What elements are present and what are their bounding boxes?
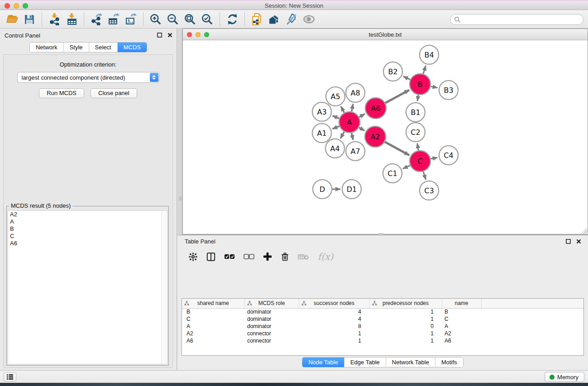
list-item[interactable]: A2 xyxy=(8,211,167,218)
export-table-button[interactable] xyxy=(105,12,122,27)
show-hide-button[interactable] xyxy=(300,12,317,27)
float-panel-icon[interactable] xyxy=(156,32,163,38)
graph-edge-A-A4[interactable] xyxy=(340,132,344,138)
table-cell[interactable]: A6 xyxy=(182,337,244,344)
table-cell[interactable]: dominator xyxy=(244,308,299,315)
list-item[interactable]: A xyxy=(8,218,167,225)
search-input[interactable] xyxy=(461,15,583,24)
network-window-titlebar[interactable]: testGlobe.txt xyxy=(183,29,588,40)
run-mcds-button[interactable]: Run MCDS xyxy=(39,88,84,98)
graph-edge-B-B1[interactable] xyxy=(417,95,418,101)
table-cell[interactable]: 1 xyxy=(369,330,442,337)
export-network-button[interactable] xyxy=(88,12,105,27)
import-network-button[interactable] xyxy=(46,12,63,27)
home-button[interactable] xyxy=(266,12,283,27)
list-item[interactable]: A6 xyxy=(8,240,167,247)
graph-edge-A-A8[interactable] xyxy=(352,104,353,112)
node-table[interactable]: shared nameMCDS rolesuccessor nodesprede… xyxy=(182,298,584,356)
save-session-button[interactable] xyxy=(21,12,38,27)
graph-edge-A-A1[interactable] xyxy=(332,126,339,129)
graph-edge-C-C4[interactable] xyxy=(431,157,438,159)
column-header[interactable]: shared name xyxy=(182,299,244,308)
table-row[interactable]: A2connector11A2 xyxy=(182,330,583,337)
tab-style[interactable]: Style xyxy=(63,43,89,52)
table-cell[interactable]: connector xyxy=(244,330,299,337)
graph-edge-A-A7[interactable] xyxy=(352,133,353,140)
table-cell[interactable]: 1 xyxy=(369,315,442,323)
export-image-button[interactable] xyxy=(122,12,139,27)
column-header[interactable]: successor nodes xyxy=(299,299,369,308)
table-cell[interactable]: A6 xyxy=(442,337,481,344)
table-cell[interactable]: C xyxy=(442,315,481,323)
task-history-button[interactable] xyxy=(4,372,16,381)
table-cell[interactable]: 1 xyxy=(299,330,369,337)
graph-edge-A-A3[interactable] xyxy=(332,116,339,119)
scrollbar-track[interactable] xyxy=(161,211,167,364)
graph-edge-A2-C[interactable] xyxy=(385,142,409,155)
graph-edge-B-B2[interactable] xyxy=(403,76,411,80)
tab-network-table[interactable]: Network Table xyxy=(386,357,435,367)
close-panel-icon[interactable] xyxy=(167,32,173,38)
hide-annotations-button[interactable] xyxy=(283,12,300,27)
table-settings-button[interactable] xyxy=(188,252,198,262)
tab-select[interactable]: Select xyxy=(89,43,117,52)
table-cell[interactable]: 4 xyxy=(299,308,369,315)
table-row[interactable]: Adominator80A xyxy=(182,323,583,330)
new-network-from-file-button[interactable] xyxy=(249,12,266,27)
open-session-button[interactable] xyxy=(4,12,21,27)
table-cell[interactable]: C xyxy=(182,315,244,323)
table-cell[interactable]: 4 xyxy=(299,315,369,323)
table-row[interactable]: Cdominator41C xyxy=(182,315,583,323)
criterion-dropdown[interactable]: largest connected component (directed) xyxy=(17,72,159,83)
column-header[interactable]: predecessor nodes xyxy=(369,299,442,308)
window-titlebar[interactable]: Session: New Session xyxy=(0,0,588,10)
zoom-selected-button[interactable] xyxy=(199,12,216,27)
tab-mcds[interactable]: MCDS xyxy=(117,43,147,52)
graph-edge-C-C2[interactable] xyxy=(417,143,418,151)
table-cell[interactable]: A2 xyxy=(182,330,244,337)
float-panel-icon[interactable] xyxy=(565,238,571,244)
zoom-in-button[interactable] xyxy=(147,12,164,27)
network-canvas[interactable]: AA1A2A3A4A5A6A7A8BB1B2B3B4CC1C2C3C4DD1 xyxy=(183,40,588,234)
delete-table-button[interactable] xyxy=(298,253,309,260)
zoom-fit-button[interactable] xyxy=(182,12,199,27)
table-cell[interactable]: connector xyxy=(244,337,299,344)
column-header[interactable]: MCDS role xyxy=(244,299,299,308)
list-item[interactable]: B xyxy=(8,225,167,233)
list-item[interactable]: C xyxy=(8,233,167,240)
graph-edge-B-B3[interactable] xyxy=(431,86,438,88)
show-columns-button[interactable] xyxy=(206,252,215,262)
deselect-all-button[interactable] xyxy=(244,254,254,260)
tab-network[interactable]: Network xyxy=(30,43,63,52)
table-cell[interactable]: 1 xyxy=(369,308,442,315)
tab-edge-table[interactable]: Edge Table xyxy=(344,357,386,367)
graph-edge-C-C1[interactable] xyxy=(403,166,410,169)
table-cell[interactable]: 1 xyxy=(369,337,442,344)
table-cell[interactable]: A xyxy=(442,323,481,330)
resize-grip[interactable] xyxy=(581,227,587,234)
graph-edge-A-A2[interactable] xyxy=(359,128,365,131)
table-cell[interactable]: dominator xyxy=(244,323,299,330)
add-column-button[interactable] xyxy=(263,252,272,261)
close-panel-button[interactable]: Close panel xyxy=(91,88,137,98)
graph-edge-A-A6[interactable] xyxy=(359,114,365,117)
table-cell[interactable]: A xyxy=(182,323,244,330)
network-graph[interactable]: AA1A2A3A4A5A6A7A8BB1B2B3B4CC1C2C3C4DD1 xyxy=(183,40,588,234)
graph-edge-A6-B[interactable] xyxy=(385,90,409,103)
refresh-button[interactable] xyxy=(224,12,241,27)
column-header[interactable]: name xyxy=(442,299,481,308)
table-cell[interactable]: A2 xyxy=(442,330,481,337)
close-panel-icon[interactable] xyxy=(575,238,582,244)
mcds-result-list[interactable]: A2ABCA6 xyxy=(8,210,167,364)
search-box[interactable] xyxy=(450,14,583,25)
delete-column-button[interactable] xyxy=(281,252,289,262)
graph-edge-A-A5[interactable] xyxy=(341,106,344,113)
table-cell[interactable]: 0 xyxy=(369,323,442,330)
table-cell[interactable]: dominator xyxy=(244,315,299,323)
zoom-out-button[interactable] xyxy=(164,12,182,27)
table-row[interactable]: Bdominator41B xyxy=(182,308,583,315)
memory-button[interactable]: Memory xyxy=(545,372,584,382)
table-cell[interactable]: B xyxy=(182,308,244,315)
table-row[interactable]: A6connector11A6 xyxy=(182,337,583,344)
table-cell[interactable]: 1 xyxy=(299,337,369,344)
